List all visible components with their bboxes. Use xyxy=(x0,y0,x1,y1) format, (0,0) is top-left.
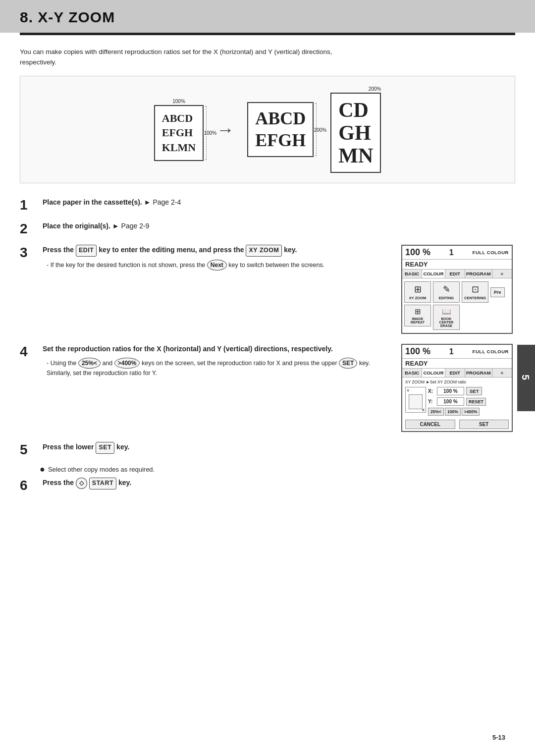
step-2-number: 2 xyxy=(20,222,36,236)
screen2-tab-basic[interactable]: BASIC xyxy=(402,369,422,377)
diagram-percent-1: 100% xyxy=(154,99,204,104)
y-label: Y: xyxy=(428,399,435,404)
diagram-area: 100% 100% ABCDEFGHKLMN → 200% xyxy=(20,76,515,184)
xy-zoom-symbol: ⊞ xyxy=(407,284,428,295)
diagram-box-inner xyxy=(409,394,423,409)
screen1-icons-row1: ⊞ XY ZOOM ✎ EDITING ⊡ CENTERING Pre xyxy=(402,278,512,304)
step-2-suffix: ► Page 2-9 xyxy=(112,222,150,230)
screen1-header: 100 % 1 FULL COLOUR xyxy=(402,246,512,260)
diagram-200-label: 200% xyxy=(314,127,327,132)
screen2-diagram-area: Y X X: 100 % SET xyxy=(405,387,509,418)
set-x-button[interactable]: SET xyxy=(466,387,482,395)
step-3-number: 3 xyxy=(20,246,36,260)
screen2-tab-colour[interactable]: COLOUR xyxy=(422,369,445,377)
ui-screen-1: 100 % 1 FULL COLOUR READY BASIC COLOUR E… xyxy=(401,245,513,334)
tab-menu[interactable]: ≡ xyxy=(492,270,512,278)
diagram-100-label: 100% xyxy=(204,130,217,136)
centering-label: CENTERING xyxy=(464,296,486,300)
step-5-bold: Press the lower SET key. xyxy=(43,443,129,451)
diagram-text-1: ABCDEFGHKLMN xyxy=(162,111,196,155)
centering-symbol: ⊡ xyxy=(464,284,486,295)
step-4-bold: Set the reproduction ratios for the X (h… xyxy=(43,345,333,353)
side-tab: 5 xyxy=(517,345,535,411)
set-button-final[interactable]: SET xyxy=(459,420,509,429)
screen2-tabs: BASIC COLOUR EDIT PROGRAM ≡ xyxy=(402,369,512,378)
editing-symbol: ✎ xyxy=(435,284,457,295)
step-3-left: 3 Press the EDIT key to enter the editin… xyxy=(20,245,391,334)
step-4-text: Set the reproduction ratios for the X (h… xyxy=(43,344,391,355)
pre-button[interactable]: Pre xyxy=(490,287,505,297)
x-value[interactable]: 100 % xyxy=(437,387,464,395)
start-icon: ◇ xyxy=(76,478,87,489)
next-key: Next xyxy=(207,260,227,270)
page-number: 5-13 xyxy=(492,734,505,741)
diagram-percent-3: 200% xyxy=(330,86,381,92)
page-title: 8. X-Y ZOOM xyxy=(20,9,515,26)
image-repeat-symbol: ⊞ xyxy=(407,307,428,316)
icon-image-repeat[interactable]: ⊞ IMAGE REPEAT xyxy=(404,305,431,326)
btn-25pct[interactable]: 25%< xyxy=(428,408,444,416)
screen2-ready: READY xyxy=(402,359,512,369)
reset-button[interactable]: RESET xyxy=(466,398,486,406)
key-25pct: 25%< xyxy=(78,358,101,369)
btn-400pct[interactable]: >400% xyxy=(462,408,480,416)
tab-program[interactable]: PROGRAM xyxy=(465,270,492,278)
step-3-screen: 100 % 1 FULL COLOUR READY BASIC COLOUR E… xyxy=(401,245,515,334)
y-value[interactable]: 100 % xyxy=(437,397,464,406)
icon-centering[interactable]: ⊡ CENTERING xyxy=(462,281,488,303)
icon-xy-zoom[interactable]: ⊞ XY ZOOM xyxy=(404,281,431,303)
intro-paragraph: You can make copies with different repro… xyxy=(20,47,367,68)
step-1: 1 Place paper in the cassette(s). ► Page… xyxy=(20,197,515,212)
tab-edit[interactable]: EDIT xyxy=(445,270,465,278)
image-repeat-label: IMAGE REPEAT xyxy=(407,317,428,324)
diagram-box-3: CDGHMN xyxy=(330,93,381,173)
step-3-note: If the key for the desired function is n… xyxy=(43,260,391,270)
key-400pct: >400% xyxy=(114,358,140,369)
x-row: X: 100 % SET xyxy=(428,387,509,395)
diagram-text-2: ABCDEFGH xyxy=(255,108,306,151)
btn-100pct[interactable]: 100% xyxy=(445,408,461,416)
step-2-bold: Place the original(s). xyxy=(43,222,110,230)
screen1-ready: READY xyxy=(402,260,512,270)
screen1-colour: FULL COLOUR xyxy=(473,250,509,255)
step-5-content: Press the lower SET key. xyxy=(43,442,515,453)
page-header: 8. X-Y ZOOM xyxy=(0,0,535,33)
screen1-copies: 1 xyxy=(449,248,454,257)
step-5-text: Press the lower SET key. xyxy=(43,442,515,453)
ui-screen-2: 100 % 1 FULL COLOUR READY BASIC COLOUR E… xyxy=(401,344,513,432)
step-3-text: Press the EDIT key to enter the editing … xyxy=(43,245,391,256)
start-key: START xyxy=(89,478,116,489)
screen2-header: 100 % 1 FULL COLOUR xyxy=(402,345,512,359)
icon-editing[interactable]: ✎ EDITING xyxy=(433,281,460,303)
step-3: 3 Press the EDIT key to enter the editin… xyxy=(20,245,391,270)
screen2-body: XY ZOOM ►Set XY ZOOM ratio Y X X: 100 % xyxy=(402,378,512,431)
screen2-tab-edit[interactable]: EDIT xyxy=(445,369,465,377)
tab-colour[interactable]: COLOUR xyxy=(422,270,445,278)
screen2-diagram: Y X xyxy=(405,387,426,413)
edit-key: EDIT xyxy=(76,245,97,256)
side-tab-number: 5 xyxy=(520,375,531,381)
icon-book-center[interactable]: 📖 BOOK CENTER ERASE xyxy=(433,305,460,330)
step-6-content: Press the ◇ START key. xyxy=(43,478,515,489)
book-center-symbol: 📖 xyxy=(435,307,457,316)
screen2-inputs: X: 100 % SET Y: 100 % RESET xyxy=(428,387,509,418)
step-3-content: Press the EDIT key to enter the editing … xyxy=(43,245,391,270)
step-2-content: Place the original(s). ► Page 2-9 xyxy=(43,221,515,232)
cancel-button[interactable]: CANCEL xyxy=(405,420,455,429)
x-label: X: xyxy=(428,388,435,394)
screen1-percent: 100 % xyxy=(405,247,430,258)
screen2-tab-menu[interactable]: ≡ xyxy=(492,369,512,377)
diagram-text-3: CDGHMN xyxy=(338,99,373,167)
step-4-note: - Using the 25%< and >400% keys on the s… xyxy=(43,358,391,378)
screen1-tabs: BASIC COLOUR EDIT PROGRAM ≡ xyxy=(402,270,512,278)
step-4-number: 4 xyxy=(20,345,36,359)
editing-label: EDITING xyxy=(435,296,457,300)
tab-basic[interactable]: BASIC xyxy=(402,270,422,278)
screen2-copies: 1 xyxy=(449,347,454,356)
step-1-suffix: ► Page 2-4 xyxy=(144,198,181,206)
step-1-number: 1 xyxy=(20,198,36,212)
bullet-dot: ● xyxy=(40,465,45,474)
diagram-box-2: 200% ABCDEFGH xyxy=(247,102,314,157)
screen2-tab-program[interactable]: PROGRAM xyxy=(465,369,492,377)
step-4-screen: 100 % 1 FULL COLOUR READY BASIC COLOUR E… xyxy=(401,344,515,432)
